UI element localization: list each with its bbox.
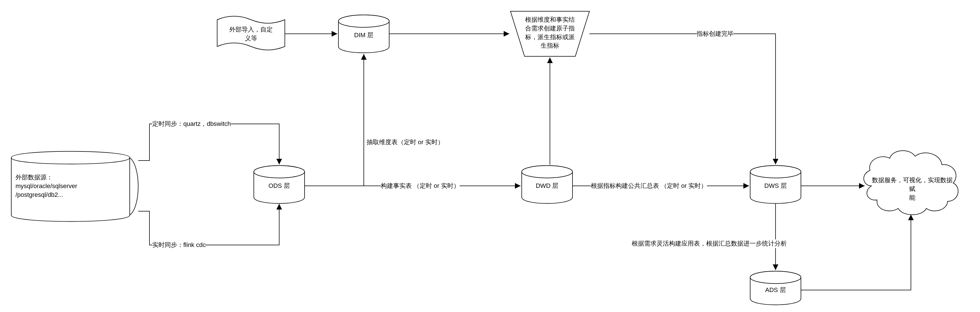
edge-sync-realtime — [138, 204, 279, 245]
edge-extract-dim — [305, 54, 364, 186]
label-build-summary: 根据指标构建公共汇总表 （定时 or 实时） — [591, 182, 707, 190]
edge-ads-cloud — [801, 215, 911, 290]
label-dwd: DWD 层 — [522, 182, 573, 190]
label-dws: DWS 层 — [750, 182, 801, 190]
label-extract-dim: 抽取维度表（定时 or 实时） — [367, 138, 444, 147]
svg-point-1 — [339, 15, 389, 27]
label-metrics-done: 指标创建完毕 — [697, 30, 734, 38]
svg-point-7 — [750, 166, 801, 178]
label-build-fact: 构建事实表 （定时 or 实时） — [381, 182, 460, 190]
label-ads: ADS 层 — [750, 286, 801, 295]
label-ods: ODS 层 — [254, 182, 305, 190]
label-sync-scheduled: 定时同步：quartz，dbswitch — [152, 120, 231, 128]
label-sync-realtime: 实时同步：flink cdc — [152, 241, 205, 250]
label-metrics: 根据维度和事实结 合需求创建原子指 标，派生指标或派 生指标 — [522, 16, 578, 50]
label-dim: DIM 层 — [339, 31, 389, 40]
svg-point-5 — [522, 166, 573, 178]
diagram-canvas — [0, 0, 980, 312]
edge-metrics-done — [589, 34, 776, 165]
label-external-import: 外部导入，自定 义等 — [221, 25, 281, 43]
svg-point-9 — [750, 271, 801, 283]
label-build-app: 根据需求灵活构建应用表，根据汇总数据进一步统计分析 — [632, 239, 787, 248]
label-cloud: 数据服务，可视化，实现数据赋 能 — [870, 176, 955, 202]
edge-sync-scheduled — [138, 124, 279, 165]
label-datasource: 外部数据源： mysql/oracle/sqlserver /postgresq… — [16, 173, 126, 199]
svg-point-3 — [254, 166, 305, 178]
